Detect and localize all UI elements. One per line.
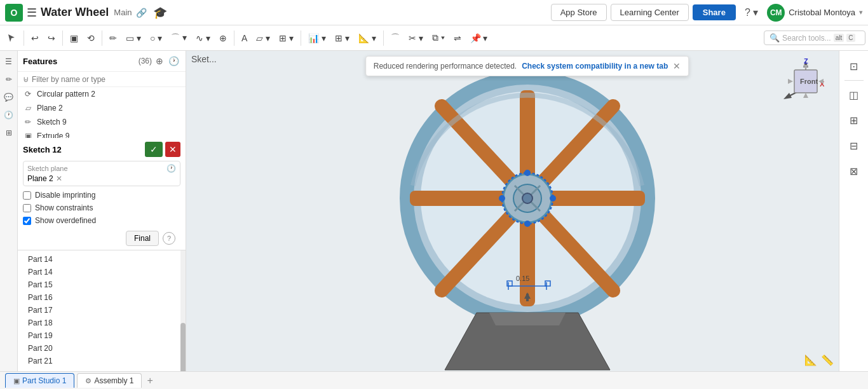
text-tool[interactable]: A	[238, 31, 251, 46]
redo-button[interactable]: ↪	[44, 31, 59, 46]
arc-tool[interactable]: ⌒ ▾	[167, 30, 191, 46]
list-item[interactable]: Part 21	[18, 355, 186, 367]
app-store-button[interactable]: App Store	[551, 4, 607, 21]
view-mode-button[interactable]: ⊡	[843, 55, 865, 78]
wheel-container: 0.15	[237, 70, 830, 365]
parts-list: Part 14 Part 14 Part 15 Part 16 Part 17 …	[18, 250, 186, 371]
spline-tool[interactable]: ∿ ▾	[192, 31, 214, 46]
features-header: Features (36) ⊕ 🕐	[18, 51, 186, 72]
graduation-icon[interactable]: 🎓	[153, 6, 167, 20]
tab-assembly[interactable]: ⚙ Assembly 1	[77, 373, 142, 388]
share-button[interactable]: Share	[693, 4, 736, 20]
line-tool[interactable]: ✏	[105, 31, 121, 46]
orientation-cube[interactable]: Front X Z	[780, 56, 831, 107]
disable-imprinting-checkbox[interactable]	[23, 191, 31, 200]
search-tools-box[interactable]: 🔍 Search tools... alt C	[764, 31, 865, 45]
settings-view-button[interactable]: ⊠	[843, 160, 865, 182]
svg-marker-25	[489, 313, 566, 325]
circle-tool[interactable]: ○ ▾	[146, 31, 166, 46]
point-tool[interactable]: ⊕	[215, 31, 231, 46]
copy-tool[interactable]: ⧉ ▾	[428, 30, 449, 46]
constraint-tool[interactable]: 📌 ▾	[466, 31, 492, 46]
clear-plane-button[interactable]: ✕	[56, 174, 62, 183]
show-overdefined-label: Show overdefined	[35, 216, 96, 225]
sketch-icon: ✏	[23, 117, 33, 127]
plane-icon: ▱	[23, 103, 33, 113]
notification-message: Reduced rendering performance detected.	[374, 62, 517, 71]
sketch-cancel-button[interactable]: ✕	[165, 142, 180, 157]
feature-item-label: Sketch 9	[37, 118, 67, 126]
toolbar-sep-2	[62, 31, 63, 46]
list-item[interactable]: Part 14	[18, 266, 186, 278]
feature-item-circular[interactable]: ⟳ Circular pattern 2	[18, 87, 186, 101]
undo-button[interactable]: ↩	[27, 31, 43, 46]
numeric-tool[interactable]: 📐 ▾	[355, 31, 380, 46]
list-item[interactable]: Part 20	[18, 342, 186, 355]
mirror-tool[interactable]: ⇌	[450, 31, 465, 46]
obj2-button[interactable]: ⟲	[83, 31, 98, 46]
sketch-confirm-button[interactable]: ✓	[145, 142, 163, 157]
learning-center-button[interactable]: Learning Center	[611, 4, 689, 21]
measure-tool[interactable]: 📊 ▾	[304, 31, 330, 46]
show-overdefined-checkbox[interactable]	[23, 217, 31, 225]
measure-icon[interactable]: 📏	[821, 354, 834, 366]
branch-name: Main	[114, 8, 132, 17]
onshape-logo[interactable]: O	[5, 4, 23, 22]
feature-item-plane2[interactable]: ▱ Plane 2	[18, 101, 186, 115]
left-vertical-strip: ☰ ✏ 💬 🕐 ⊞	[0, 51, 18, 371]
svg-text:Front: Front	[800, 78, 818, 85]
feature-tree-btn[interactable]: ☰	[2, 55, 16, 69]
visibility-button[interactable]: ⊟	[843, 134, 865, 157]
grid-tool[interactable]: ⊞ ▾	[331, 31, 353, 46]
filter-bar: ⊎	[18, 72, 186, 87]
filter-input[interactable]	[32, 75, 180, 84]
shape-tool[interactable]: ▱ ▾	[252, 31, 274, 46]
sketch-help-button[interactable]: ?	[163, 232, 175, 245]
feature-add-btn[interactable]: ⊕	[154, 55, 165, 67]
show-constraints-checkbox[interactable]	[23, 204, 31, 212]
final-button[interactable]: Final	[126, 231, 159, 246]
toolbar-sep-3	[102, 31, 102, 46]
perspective-button[interactable]: ◫	[843, 83, 865, 106]
toolbar-sep-4	[234, 31, 234, 46]
svg-text:0.15: 0.15	[516, 275, 529, 282]
list-item[interactable]: Part 16	[18, 291, 186, 304]
rect-tool[interactable]: ▭ ▾	[122, 31, 145, 46]
list-item[interactable]: Part 14	[18, 253, 186, 266]
svg-point-12	[499, 195, 505, 201]
svg-text:Z: Z	[804, 57, 808, 65]
unit-icon[interactable]: 📐	[804, 354, 817, 366]
list-item[interactable]: Part 15	[18, 278, 186, 291]
add-tab-button[interactable]: +	[144, 375, 155, 386]
history-btn[interactable]: 🕐	[2, 108, 16, 122]
feature-item-extrude9[interactable]: ▣ Extrude 9	[18, 129, 186, 138]
list-item[interactable]: Part 18	[18, 317, 186, 329]
sketch-mode-btn[interactable]: ✏	[2, 72, 16, 86]
notification-link[interactable]: Check system compatibility in a new tab	[522, 62, 668, 71]
selection-tool[interactable]	[3, 31, 20, 46]
apps-btn[interactable]: ⊞	[2, 126, 16, 140]
features-count: (36)	[139, 57, 152, 65]
link-icon[interactable]: 🔗	[136, 8, 147, 18]
water-wheel-svg: 0.15	[330, 58, 737, 371]
transform-tool[interactable]: ⊞ ▾	[275, 31, 297, 46]
feature-item-sketch9[interactable]: ✏ Sketch 9	[18, 115, 186, 129]
comments-btn[interactable]: 💬	[2, 90, 16, 104]
scissors-tool[interactable]: ✂ ▾	[405, 31, 427, 46]
user-menu-arrow[interactable]: ▾	[859, 8, 863, 17]
feature-item-label: Plane 2	[37, 104, 63, 113]
render-button[interactable]: ⊞	[843, 109, 865, 132]
help-button[interactable]: ? ▾	[740, 3, 763, 22]
scrollbar-track[interactable]	[180, 250, 186, 371]
feature-history-btn[interactable]: 🕐	[167, 55, 180, 67]
tab-part-studio[interactable]: ▣ Part Studio 1	[5, 373, 74, 388]
assembly-tab-label: Assembly 1	[94, 376, 133, 385]
list-item[interactable]: Part 17	[18, 304, 186, 317]
scrollbar-thumb[interactable]	[180, 323, 186, 371]
obj-button[interactable]: ▣	[66, 31, 82, 46]
curve-tool[interactable]: ⌒	[387, 30, 403, 46]
kbd-alt: alt	[834, 34, 844, 42]
hamburger-menu[interactable]: ☰	[27, 6, 37, 20]
notification-close-button[interactable]: ✕	[673, 61, 681, 71]
list-item[interactable]: Part 19	[18, 329, 186, 342]
